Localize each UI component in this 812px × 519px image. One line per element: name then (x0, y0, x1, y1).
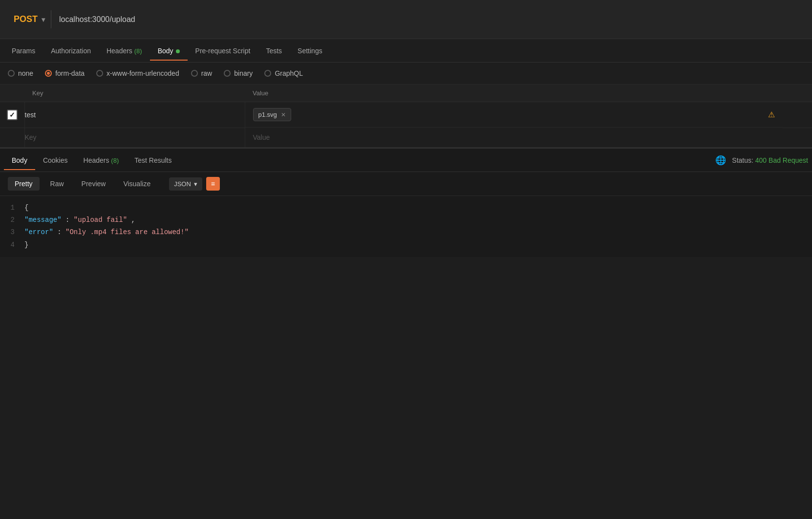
tab-tests[interactable]: Tests (258, 41, 290, 61)
radio-circle-form-data (45, 70, 52, 77)
format-tab-visualize[interactable]: Visualize (116, 177, 157, 191)
line-number: 4 (0, 239, 24, 251)
json-line-4: 4 } (0, 239, 812, 251)
format-selector-dropdown[interactable]: JSON ▾ (169, 177, 202, 191)
empty-key-cell[interactable]: Key (24, 128, 245, 148)
globe-icon: 🌐 (715, 155, 726, 166)
tab-body[interactable]: Body (150, 41, 188, 61)
tab-params[interactable]: Params (4, 41, 43, 61)
col-key-header: Key (24, 85, 245, 102)
file-tag-close-button[interactable]: ✕ (281, 111, 286, 118)
warning-icon: ⚠ (768, 110, 775, 119)
row-checkbox-cell[interactable] (0, 102, 24, 128)
radio-raw[interactable]: raw (191, 69, 213, 77)
radio-circle-graphql (264, 70, 271, 77)
format-tabs-row: Pretty Raw Preview Visualize JSON ▾ ≡ (0, 172, 812, 196)
radio-binary[interactable]: binary (224, 69, 253, 77)
body-dot-indicator (176, 49, 180, 53)
tab-authorization[interactable]: Authorization (43, 41, 99, 61)
empty-checkbox-cell (0, 128, 24, 148)
method-selector[interactable]: POST ▾ (8, 10, 51, 28)
row-checkbox[interactable] (7, 109, 18, 120)
line-number: 2 (0, 214, 24, 226)
tab-pre-request-script[interactable]: Pre-request Script (188, 41, 258, 61)
response-tab-body[interactable]: Body (4, 151, 35, 170)
json-line-3: 3 "error" : "Only .mp4 files are allowed… (0, 226, 812, 238)
tab-settings[interactable]: Settings (290, 41, 330, 61)
url-bar: POST ▾ (0, 0, 812, 39)
form-data-table: Key Value test p1.svg ✕ ⚠ (0, 85, 812, 148)
file-tag: p1.svg ✕ (253, 108, 291, 121)
json-line-1: 1 { (0, 202, 812, 214)
format-chevron-icon: ▾ (194, 180, 197, 188)
radio-graphql[interactable]: GraphQL (264, 69, 303, 77)
table-row: test p1.svg ✕ ⚠ (0, 102, 812, 128)
radio-circle-none (8, 70, 15, 77)
format-tab-preview[interactable]: Preview (75, 177, 113, 191)
table-row-empty: Key Value (0, 128, 812, 148)
line-number: 3 (0, 226, 24, 238)
response-tab-headers[interactable]: Headers (8) (76, 151, 127, 170)
row-key-cell[interactable]: test (24, 102, 245, 128)
format-tab-pretty[interactable]: Pretty (8, 177, 40, 191)
url-input[interactable] (51, 11, 804, 28)
col-checkbox-header (0, 85, 24, 102)
word-wrap-button[interactable]: ≡ (206, 177, 220, 191)
method-label: POST (14, 14, 38, 24)
response-tabs-row: Body Cookies Headers (8) Test Results 🌐 … (0, 149, 812, 172)
row-extra-cell (783, 102, 812, 128)
empty-value-cell[interactable]: Value (245, 128, 783, 148)
response-section: Body Cookies Headers (8) Test Results 🌐 … (0, 148, 812, 257)
wrap-icon: ≡ (211, 180, 215, 188)
json-line-2: 2 "message" : "upload fail" , (0, 214, 812, 226)
status-value: 400 Bad Request (755, 156, 808, 164)
format-tab-raw[interactable]: Raw (43, 177, 71, 191)
request-tabs: Params Authorization Headers (8) Body Pr… (0, 39, 812, 63)
tab-headers[interactable]: Headers (8) (99, 41, 150, 61)
method-chevron-icon: ▾ (42, 16, 45, 23)
radio-circle-x-www (96, 70, 103, 77)
empty-extra-cell (783, 128, 812, 148)
radio-x-www-form-urlencoded[interactable]: x-www-form-urlencoded (96, 69, 179, 77)
radio-circle-raw (191, 70, 198, 77)
body-type-row: none form-data x-www-form-urlencoded raw… (0, 63, 812, 85)
row-value-cell[interactable]: p1.svg ✕ ⚠ (245, 102, 783, 128)
col-value-header: Value (245, 85, 783, 102)
line-number: 1 (0, 202, 24, 214)
response-tab-cookies[interactable]: Cookies (35, 151, 76, 170)
response-right-info: 🌐 Status: 400 Bad Request (715, 155, 808, 166)
radio-form-data[interactable]: form-data (45, 69, 85, 77)
json-response-body: 1 { 2 "message" : "upload fail" , 3 "err… (0, 196, 812, 257)
radio-none[interactable]: none (8, 69, 33, 77)
response-tab-test-results[interactable]: Test Results (127, 151, 179, 170)
status-label: Status: 400 Bad Request (732, 156, 808, 164)
radio-circle-binary (224, 70, 231, 77)
col-actions-header (783, 85, 812, 102)
